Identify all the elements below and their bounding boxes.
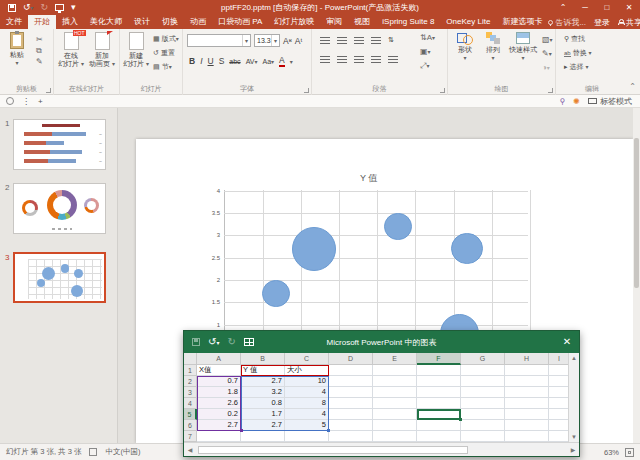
align-left-icon[interactable]: [320, 56, 330, 63]
reset-button[interactable]: ↺ 重置: [153, 47, 175, 58]
chevron-down-icon[interactable]: ▾: [271, 35, 279, 46]
new-animation-page-button[interactable]: 新加 动画页 ▾: [87, 32, 117, 68]
strikethrough-button[interactable]: abc: [229, 58, 240, 65]
scroll-up-icon[interactable]: ▲: [569, 353, 579, 363]
cell-A3[interactable]: 1.8: [197, 387, 241, 398]
slide-thumbnail-3[interactable]: [13, 252, 106, 303]
cell-C2[interactable]: 10: [285, 376, 329, 387]
cell-G3[interactable]: [461, 387, 505, 398]
cell-D4[interactable]: [329, 398, 373, 409]
editor-scrollbar[interactable]: [633, 108, 640, 443]
cell-C6[interactable]: 5: [285, 420, 329, 431]
line-spacing-icon[interactable]: ⇅: [388, 36, 394, 44]
cell-G1[interactable]: [461, 365, 505, 376]
cell-G6[interactable]: [461, 420, 505, 431]
tab-pocket-animation[interactable]: 口袋动画 PA: [212, 15, 268, 29]
cell-D1[interactable]: [329, 365, 373, 376]
column-header-D[interactable]: D: [329, 353, 373, 365]
range-handle[interactable]: [327, 429, 330, 432]
zoom-level[interactable]: 63%: [604, 448, 619, 457]
tab-review[interactable]: 审阅: [320, 15, 348, 29]
chart-bubble[interactable]: [262, 280, 290, 308]
settings-gear-icon[interactable]: ✺: [573, 97, 580, 106]
excel-save-icon[interactable]: [192, 338, 200, 346]
row-number-3[interactable]: 3: [184, 387, 197, 398]
label-mode-button[interactable]: 标签模式: [588, 96, 632, 107]
quick-styles-button[interactable]: 快速样式▾: [506, 32, 540, 62]
column-header-A[interactable]: A: [197, 353, 241, 365]
select-button[interactable]: ▸ 选择 ▾: [564, 61, 588, 73]
cell-F6[interactable]: [417, 420, 461, 431]
align-right-icon[interactable]: [354, 56, 364, 63]
cell-C7[interactable]: [285, 431, 329, 442]
slide-thumbnail-2[interactable]: [13, 183, 106, 234]
font-color-dropdown[interactable]: ▾: [290, 58, 293, 65]
tab-insert[interactable]: 插入: [56, 15, 84, 29]
cell-A4[interactable]: 2.6: [197, 398, 241, 409]
chart-bubble[interactable]: [451, 233, 482, 264]
excel-grid-icon[interactable]: [244, 338, 254, 346]
cell-B4[interactable]: 0.8: [241, 398, 285, 409]
bold-button[interactable]: B: [189, 56, 195, 66]
cell-H3[interactable]: [505, 387, 549, 398]
cell-I7[interactable]: [549, 431, 570, 442]
cell-B1[interactable]: Y 值: [241, 365, 285, 376]
cell-D2[interactable]: [329, 376, 373, 387]
cell-E5[interactable]: [373, 409, 417, 420]
scroll-right-icon[interactable]: ▶: [567, 446, 579, 453]
excel-vertical-scrollbar[interactable]: ▲ ▼: [568, 353, 579, 442]
paste-button[interactable]: 粘贴▾: [2, 32, 32, 67]
redo-icon[interactable]: ↻: [41, 3, 49, 12]
cell-H7[interactable]: [505, 431, 549, 442]
cell-E7[interactable]: [373, 431, 417, 442]
new-slide-button[interactable]: 新建 幻灯片 ▾: [121, 32, 151, 68]
cell-G5[interactable]: [461, 409, 505, 420]
underline-button[interactable]: U: [208, 56, 214, 66]
cell-C1[interactable]: 大小: [285, 365, 329, 376]
cut-icon[interactable]: ✂: [36, 35, 43, 44]
cell-C5[interactable]: 4: [285, 409, 329, 420]
cell-I2[interactable]: [549, 376, 570, 387]
text-direction-icon[interactable]: ⇅A▾: [420, 33, 435, 43]
tab-home[interactable]: 开始: [28, 15, 56, 29]
chart-bubble[interactable]: [292, 227, 336, 271]
chart-title[interactable]: Y 值: [360, 172, 377, 185]
fill-handle[interactable]: [459, 418, 462, 421]
online-slides-button[interactable]: HOT 在线 幻灯片 ▾: [56, 32, 86, 68]
cell-B3[interactable]: 3.2: [241, 387, 285, 398]
cell-D7[interactable]: [329, 431, 373, 442]
align-text-icon[interactable]: ▣▾: [420, 47, 435, 57]
save-icon[interactable]: [8, 4, 16, 12]
tab-animations[interactable]: 动画: [184, 15, 212, 29]
chart-bubble[interactable]: [384, 213, 412, 241]
share-button[interactable]: 共享: [618, 17, 640, 28]
text-shadow-button[interactable]: S: [219, 56, 225, 66]
column-header-B[interactable]: B: [241, 353, 285, 365]
cell-I6[interactable]: [549, 420, 570, 431]
scroll-left-icon[interactable]: ◀: [184, 446, 196, 453]
tab-design[interactable]: 设计: [128, 15, 156, 29]
row-number-6[interactable]: 6: [184, 420, 197, 431]
tab-transitions[interactable]: 切换: [156, 15, 184, 29]
cell-I3[interactable]: [549, 387, 570, 398]
font-size-combo[interactable]: 13.3▾: [254, 34, 280, 47]
decrease-indent-icon[interactable]: [354, 37, 364, 44]
align-center-icon[interactable]: [337, 56, 347, 63]
tab-slideshow[interactable]: 幻灯片放映: [268, 15, 320, 29]
cell-D6[interactable]: [329, 420, 373, 431]
collapse-ribbon-button[interactable]: ⌃: [629, 82, 636, 91]
customize-quick-access-icon[interactable]: ▾: [71, 3, 76, 12]
cell-F2[interactable]: [417, 376, 461, 387]
shape-outline-icon[interactable]: ✎▾: [542, 49, 553, 59]
columns-icon[interactable]: [388, 56, 398, 63]
excel-undo-icon[interactable]: ↺▾: [208, 337, 219, 348]
cell-E2[interactable]: [373, 376, 417, 387]
numbering-icon[interactable]: [337, 37, 347, 44]
undo-icon[interactable]: ↺▾: [23, 3, 34, 13]
cell-B5[interactable]: 1.7: [241, 409, 285, 420]
add-plus-icon[interactable]: +: [38, 97, 43, 106]
scrollbar-thumb[interactable]: [198, 446, 468, 454]
clipboard-dialog-launcher[interactable]: [46, 88, 51, 93]
select-all-corner[interactable]: [184, 353, 197, 365]
cell-E4[interactable]: [373, 398, 417, 409]
